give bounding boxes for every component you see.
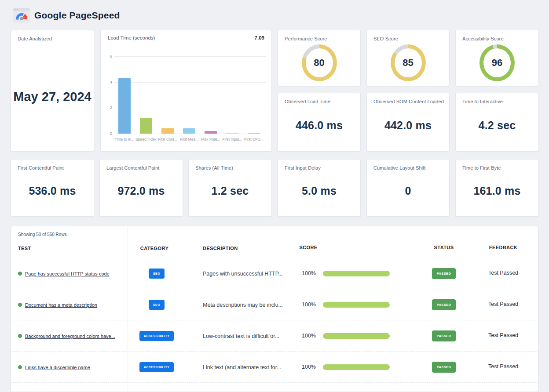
performance-score-value: 80 [306, 48, 333, 77]
score-progress-bar [323, 271, 390, 276]
x-axis-tick-label: First CPU... [243, 137, 265, 142]
test-status-dot-icon [18, 272, 22, 276]
feedback-text: Test Passed [477, 363, 530, 370]
test-name-link[interactable]: Background and foreground colors have... [25, 334, 115, 339]
first-contentful-paint-value: 536.0 ms [29, 185, 76, 197]
first-input-delay-label: First Input Delay [285, 165, 321, 171]
x-axis-tick-label: Max Pote... [200, 137, 222, 142]
score-value: 100% [293, 270, 316, 276]
test-status-dot-icon [18, 334, 22, 338]
date-analyzed-label: Date Analytized [18, 36, 52, 41]
bar-6 [248, 133, 260, 134]
x-axis-tick-label: Speed Index [135, 137, 157, 142]
performance-score-gauge: 80 [302, 44, 337, 81]
time-to-interactive-value: 4.2 sec [479, 119, 516, 132]
date-analyzed-card: Date Analytized May 27, 2024 [11, 30, 94, 152]
test-name-link[interactable]: Document has a meta description [25, 302, 97, 308]
first-input-delay-card: First Input Delay 5.0 ms [278, 159, 361, 217]
chart-total-value: 7.09 [255, 35, 264, 40]
x-axis-tick-label: First Cont... [157, 137, 179, 142]
time-to-interactive-label: Time to Interactive [462, 99, 503, 104]
page-title: Google PageSpeed [34, 10, 120, 21]
test-description: Low-contrast text is difficult or... [203, 333, 279, 339]
bar-2 [161, 128, 174, 134]
chart-gridline [114, 108, 266, 108]
status-cell: PASSED [422, 320, 466, 352]
seo-score-value: 85 [395, 48, 422, 77]
category-cell: ACCESSIBILITY [128, 320, 185, 352]
observed-som-content-loaded-label: Observed SOM Content Loaded [373, 99, 444, 104]
observed-load-time-label: Observed Load Time [285, 99, 330, 104]
x-axis-tick-label: First Input... [221, 137, 243, 142]
load-time-chart-card: Load Time (seconds) 7.09 6420Time to In.… [100, 30, 272, 152]
column-header-category: CATEGORY [128, 246, 181, 251]
score-progress-fill [323, 302, 390, 308]
tests-table: Showing 50 of 550 Rows TEST CATEGORY DES… [11, 226, 538, 392]
seo-score-label: SEO Score [373, 36, 398, 41]
column-header-score: SCORE [295, 245, 322, 250]
accessibility-score-label: Accessibility Score [462, 36, 504, 41]
score-progress-bar [323, 333, 390, 339]
feedback-text: Test Passed [477, 270, 530, 276]
y-axis-tick-label: 0 [103, 131, 112, 136]
category-badge: ACCESSIBILITY [139, 331, 174, 341]
status-cell: PASSED [422, 352, 466, 383]
pagespeed-logo-icon [13, 8, 30, 23]
first-contentful-paint-label: First Contentful Paint [18, 165, 64, 171]
observed-load-time-value: 446.0 ms [296, 119, 343, 132]
shares-all-time-value: 1.2 sec [212, 185, 249, 197]
test-description: Link text (and alternate text for... [203, 364, 282, 370]
bar-4 [205, 131, 217, 134]
status-badge: PASSED [432, 268, 456, 279]
chart-title: Load Time (seconds) [108, 35, 155, 40]
category-badge: ACCESSIBILITY [139, 362, 174, 372]
observed-som-content-loaded-card: Observed SOM Content Loaded 442.0 ms [366, 93, 450, 152]
table-rows: Page has successful HTTP status code SEO… [11, 258, 538, 392]
table-row: Page has successful HTTP status code SEO… [11, 258, 538, 289]
bar-1 [140, 118, 152, 134]
score-progress-fill [323, 364, 390, 370]
y-axis-tick-label: 6 [103, 54, 112, 58]
score-progress-bar [323, 302, 390, 308]
time-to-interactive-card: Time to Interactive 4.2 sec [455, 93, 539, 152]
largest-contentful-paint-value: 972.0 ms [117, 185, 165, 197]
app-header: Google PageSpeed [13, 8, 120, 23]
chart-gridline [114, 134, 266, 134]
performance-score-card: Performance Score 80 [278, 30, 361, 86]
test-name-link[interactable]: Page has successful HTTP status code [25, 271, 110, 276]
score-progress-bar [323, 364, 390, 370]
test-status-dot-icon [18, 303, 22, 307]
first-contentful-paint-card: First Contentful Paint 536.0 ms [11, 159, 94, 217]
table-row-count: Showing 50 of 550 Rows [18, 232, 67, 237]
accessibility-score-card: Accessibility Score 96 [455, 30, 539, 86]
chart-gridline [114, 56, 266, 57]
status-cell: PASSED [422, 289, 466, 320]
accessibility-score-gauge: 96 [479, 44, 515, 81]
test-name-link[interactable]: Links have a discernible name [25, 365, 90, 370]
date-analyzed-value: May 27, 2024 [13, 90, 91, 104]
feedback-text: Test Passed [477, 301, 530, 307]
y-axis-tick-label: 2 [103, 105, 112, 110]
chart-gridline [114, 82, 266, 83]
x-axis-tick-label: Time to In... [113, 137, 135, 142]
observed-som-content-loaded-value: 442.0 ms [384, 119, 432, 132]
cumulative-layout-shift-label: Cumulative Layout Shift [373, 165, 425, 171]
status-badge: PASSED [432, 362, 456, 373]
test-status-dot-icon [18, 365, 22, 369]
seo-score-gauge: 85 [391, 44, 426, 81]
column-header-feedback: FEEDBACK [477, 245, 530, 250]
score-value: 100% [293, 364, 316, 370]
shares-all-time-label: Shares (All Time) [195, 165, 233, 171]
score-progress-fill [323, 333, 390, 339]
category-cell: SEO [128, 258, 185, 289]
test-description: Meta descriptions may be inclu... [203, 302, 283, 308]
cumulative-layout-shift-card: Cumulative Layout Shift 0 [366, 159, 450, 217]
feedback-text: Test Passed [477, 332, 530, 338]
y-axis-tick-label: 4 [103, 80, 112, 84]
accessibility-score-value: 96 [483, 48, 511, 77]
table-row: Links have a discernible name ACCESSIBIL… [11, 352, 538, 383]
cumulative-layout-shift-value: 0 [405, 185, 411, 197]
category-badge: SEO [149, 269, 165, 279]
time-to-first-byte-label: Time to First Byte [462, 165, 501, 171]
category-cell: ACCESSIBILITY [128, 352, 185, 383]
